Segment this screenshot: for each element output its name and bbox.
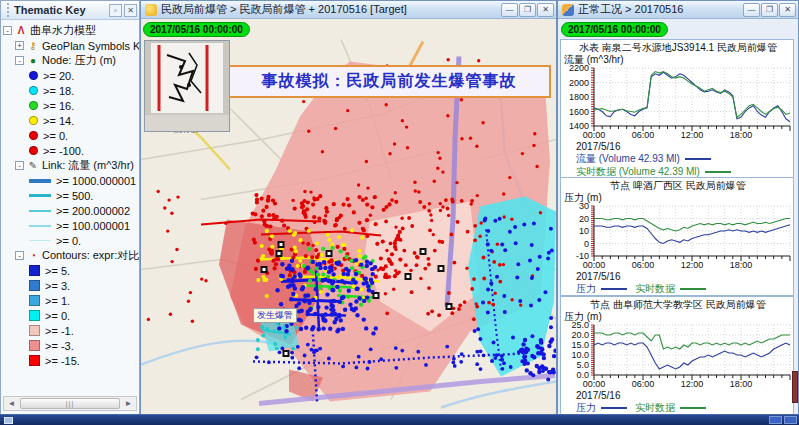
node-legend-item[interactable]: >= 18. <box>3 83 139 98</box>
node-legend-item[interactable]: >= -100. <box>3 143 139 158</box>
float-panel-icon[interactable]: ▫ <box>109 4 122 17</box>
node-dot <box>415 263 419 267</box>
node-dot <box>256 278 260 282</box>
taskbar-button[interactable] <box>769 416 782 424</box>
node-dot <box>410 290 414 294</box>
restore-icon[interactable]: ❐ <box>519 3 536 17</box>
node-dot <box>204 279 207 282</box>
contour-legend-item[interactable]: >= 0. <box>3 308 139 323</box>
tree-item-geoplan[interactable]: + ⚷ GeoPlan Symbols Key <box>3 38 139 53</box>
link-legend-item[interactable]: >= 100.000001 <box>3 218 139 233</box>
node-dot <box>311 271 315 275</box>
contour-color-swatch <box>29 295 40 306</box>
link-legend-item[interactable]: >= 200.000002 <box>3 203 139 218</box>
thematic-key-header[interactable]: Thematic Key ▫ ✕ <box>1 1 139 20</box>
taskbar-button[interactable] <box>784 416 797 424</box>
application: Thematic Key ▫ ✕ - Λ 曲阜水力模型 + ⚷ GeoPlan … <box>0 0 799 425</box>
node-legend-item[interactable]: >= 20. <box>3 68 139 83</box>
charts-window-titlebar[interactable]: 正常工况 > 20170516 — ❐ ✕ <box>558 1 798 19</box>
node-legend-item[interactable]: >= 16. <box>3 98 139 113</box>
collapse-icon[interactable]: - <box>15 161 24 170</box>
vertical-scrollbar-thumb[interactable] <box>792 371 798 403</box>
node-dot <box>314 287 318 291</box>
chart-panel[interactable]: 水表 南泉二号水源地JS3914.1 民政局前爆管流量 (m^3/hr)2200… <box>560 39 794 179</box>
node-dot <box>286 285 290 289</box>
legend-label: 压力 <box>576 283 596 294</box>
locator-panel[interactable]: Locator ▣ <box>144 40 230 132</box>
node-dot <box>267 213 271 217</box>
node-dot <box>433 180 436 183</box>
chart-ylabel: 压力 (m) <box>564 192 792 203</box>
node-dot <box>509 365 513 369</box>
map-window-titlebar[interactable]: 民政局前爆管 > 民政局前爆管 + 20170516 [Target] — ❐ … <box>141 1 556 19</box>
link-legend-item[interactable]: >= 500. <box>3 188 139 203</box>
link-icon: ✎ <box>27 160 39 171</box>
node-dot <box>547 251 551 255</box>
horizontal-scrollbar[interactable]: ◄ ||| ► <box>3 396 137 411</box>
incident-banner: 事故模拟：民政局前发生爆管事故 <box>227 65 551 98</box>
node-dot <box>486 242 490 246</box>
node-legend-item[interactable]: >= 0. <box>3 128 139 143</box>
node-dot <box>265 205 269 209</box>
node-dot <box>361 198 365 202</box>
svg-text:18:00: 18:00 <box>730 130 753 139</box>
chart-title: 节点 啤酒厂西区 民政局前爆管 <box>564 179 792 192</box>
link-legend-item[interactable]: >= 1000.000001 <box>3 173 139 188</box>
chart-panel[interactable]: 节点 曲阜师范大学教学区 民政局前爆管压力 (m)25.020.015.010.… <box>560 296 794 415</box>
restore-icon[interactable]: ❐ <box>761 3 778 17</box>
node-dot <box>373 265 377 269</box>
close-icon[interactable]: ✕ <box>537 3 554 17</box>
collapse-icon[interactable]: - <box>3 26 12 35</box>
scroll-right-icon[interactable]: ► <box>121 399 136 408</box>
panel-title: Thematic Key <box>14 4 107 16</box>
tree-item-contour-group[interactable]: - ◔ Contours: expr:对比 <box>3 248 139 263</box>
node-dot <box>260 325 264 329</box>
legend-label: 压力 <box>576 402 596 413</box>
collapse-icon[interactable]: - <box>15 251 24 260</box>
charts-window-icon <box>562 4 574 16</box>
node-dot <box>167 198 170 201</box>
node-dot <box>264 278 268 282</box>
svg-text:2000: 2000 <box>569 78 589 88</box>
node-dot <box>335 218 339 222</box>
contour-legend-item[interactable]: >= -15. <box>3 353 139 368</box>
close-panel-icon[interactable]: ✕ <box>124 4 137 17</box>
node-dot <box>532 144 535 147</box>
node-legend-item[interactable]: >= 14. <box>3 113 139 128</box>
contour-legend-item[interactable]: >= -3. <box>3 338 139 353</box>
charts-area: 2017/05/16 00:00:00 水表 南泉二号水源地JS3914.1 民… <box>558 19 798 415</box>
node-dot <box>427 263 431 267</box>
map-canvas[interactable]: 2017/05/16 00:00:00 Locator ▣ 事故模拟：民政局前发… <box>141 19 556 414</box>
chart-panel[interactable]: 节点 啤酒厂西区 民政局前爆管压力 (m)3020100-1000:0006:0… <box>560 177 794 296</box>
thematic-key-panel: Thematic Key ▫ ✕ - Λ 曲阜水力模型 + ⚷ GeoPlan … <box>0 0 140 415</box>
node-dot <box>316 305 320 309</box>
link-legend-item[interactable]: >= 0. <box>3 233 139 248</box>
collapse-icon[interactable]: - <box>15 56 24 65</box>
contour-legend-item[interactable]: >= -1. <box>3 323 139 338</box>
node-dot <box>481 121 484 124</box>
tree-item-node-group[interactable]: - ● Node: 压力 (m) <box>3 53 139 68</box>
minimize-icon[interactable]: — <box>743 3 760 17</box>
node-dot <box>536 267 540 271</box>
tree-item-model[interactable]: - Λ 曲阜水力模型 <box>3 23 139 38</box>
contour-legend-item[interactable]: >= 5. <box>3 263 139 278</box>
node-dot <box>518 299 522 303</box>
node-dot <box>277 326 281 330</box>
node-dot <box>530 354 534 358</box>
close-icon[interactable]: ✕ <box>779 3 796 17</box>
scrollbar-thumb[interactable]: ||| <box>20 398 120 409</box>
node-dot <box>331 288 335 292</box>
node-dot <box>293 286 297 290</box>
node-dot <box>338 300 342 304</box>
tree-item-link-group[interactable]: - ✎ Link: 流量 (m^3/hr) <box>3 158 139 173</box>
minimize-icon[interactable]: — <box>501 3 518 17</box>
expand-icon[interactable]: + <box>15 41 24 50</box>
scroll-left-icon[interactable]: ◄ <box>4 399 19 408</box>
node-dot <box>261 209 265 213</box>
node-dot <box>432 233 435 236</box>
node-dot <box>451 200 455 204</box>
node-dot <box>413 181 416 184</box>
node-dot <box>541 366 545 370</box>
contour-legend-item[interactable]: >= 3. <box>3 278 139 293</box>
contour-legend-item[interactable]: >= 1. <box>3 293 139 308</box>
